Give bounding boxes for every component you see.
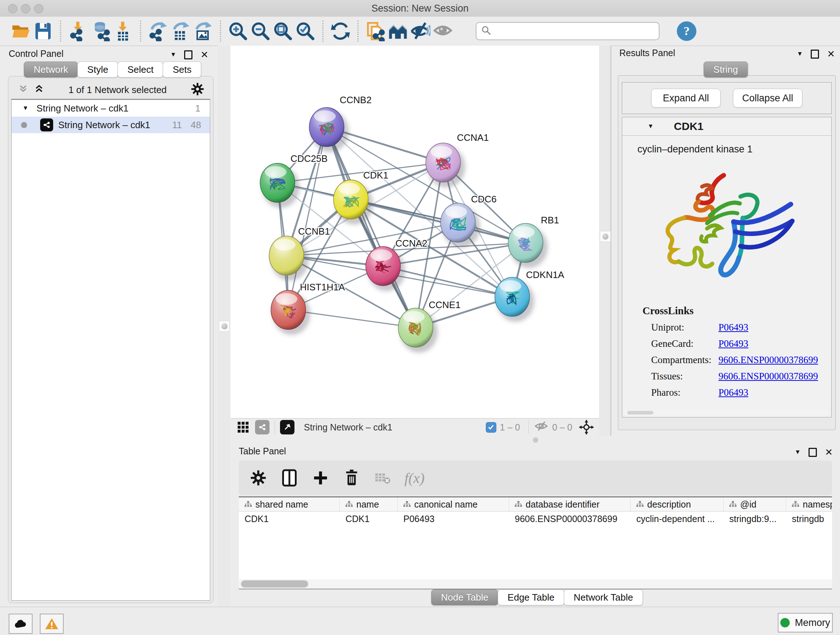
first-neighbors-icon[interactable] bbox=[387, 20, 409, 42]
graph-node-CDC25B[interactable]: CDC25B bbox=[260, 153, 328, 208]
panel-float-icon[interactable] bbox=[184, 50, 193, 59]
expand-all-button[interactable]: Expand All bbox=[651, 89, 721, 108]
column-header-database-identifier[interactable]: database identifier bbox=[509, 497, 630, 511]
import-database-icon[interactable] bbox=[89, 20, 112, 42]
tab-edge-table[interactable]: Edge Table bbox=[498, 589, 564, 605]
panel-close-icon[interactable]: ✕ bbox=[827, 49, 835, 59]
panel-float-icon[interactable] bbox=[808, 448, 817, 457]
graph-node-CCNA1[interactable]: CCNA1 bbox=[426, 132, 489, 187]
tree-expand-icon[interactable]: ▼ bbox=[22, 105, 28, 112]
zoom-out-icon[interactable] bbox=[249, 20, 272, 42]
column-header-description[interactable]: description bbox=[630, 497, 723, 511]
crosslink-row: GeneCard:P06493 bbox=[651, 338, 831, 349]
search-input[interactable] bbox=[495, 26, 654, 37]
import-network-icon[interactable] bbox=[67, 20, 89, 42]
gene-section-header[interactable]: ▼ CDK1 bbox=[622, 117, 831, 136]
graph-node-label: CDC25B bbox=[291, 153, 328, 164]
table-cell[interactable]: CDK1 bbox=[239, 511, 340, 526]
crosslink-link[interactable]: P06493 bbox=[718, 338, 748, 349]
warning-button[interactable] bbox=[40, 614, 64, 634]
collapse-all-chevrons-icon[interactable] bbox=[18, 84, 28, 96]
column-header-namespac[interactable]: namespac bbox=[786, 497, 832, 511]
crosslink-link[interactable]: 9606.ENSP00000378699 bbox=[718, 371, 818, 382]
column-header-canonical-name[interactable]: canonical name bbox=[398, 497, 509, 511]
table-hscrollbar-thumb[interactable] bbox=[241, 580, 308, 587]
table-hscrollbar[interactable] bbox=[239, 579, 832, 589]
tab-network[interactable]: Network bbox=[24, 62, 78, 78]
export-table-icon[interactable] bbox=[169, 20, 192, 42]
tab-network-table[interactable]: Network Table bbox=[564, 589, 643, 605]
show-columns-icon[interactable] bbox=[280, 469, 299, 487]
export-network-icon[interactable] bbox=[147, 20, 169, 42]
open-session-icon[interactable] bbox=[9, 20, 32, 42]
expand-all-chevrons-icon[interactable] bbox=[34, 84, 44, 96]
gear-icon[interactable] bbox=[191, 82, 204, 97]
gene-expand-icon[interactable]: ▼ bbox=[647, 123, 654, 130]
save-session-icon[interactable] bbox=[32, 20, 54, 42]
left-splitter-handle[interactable] bbox=[219, 321, 230, 332]
panel-float-icon[interactable] bbox=[811, 50, 819, 59]
panel-collapse-icon[interactable]: ▼ bbox=[170, 51, 176, 58]
import-table-icon[interactable] bbox=[112, 20, 134, 42]
zoom-selected-icon[interactable] bbox=[294, 20, 317, 42]
table-cell[interactable]: CDK1 bbox=[340, 511, 398, 526]
column-header-name[interactable]: name bbox=[340, 497, 398, 511]
panel-close-icon[interactable]: ✕ bbox=[201, 49, 208, 60]
table-gear-icon[interactable] bbox=[249, 469, 268, 487]
delete-column-icon[interactable] bbox=[342, 469, 361, 487]
collapse-all-button[interactable]: Collapse All bbox=[733, 89, 802, 108]
tab-select[interactable]: Select bbox=[118, 62, 163, 78]
tab-string[interactable]: String bbox=[704, 62, 748, 78]
column-header-@id[interactable]: @id bbox=[723, 497, 786, 511]
graph-edge-CCNB2-CCNE1[interactable] bbox=[327, 127, 416, 328]
table-cell[interactable]: P06493 bbox=[398, 511, 509, 526]
show-all-icon[interactable] bbox=[431, 20, 454, 42]
results-scrollbar[interactable] bbox=[624, 410, 829, 415]
memory-button[interactable]: Memory bbox=[778, 613, 833, 632]
crosslink-link[interactable]: P06493 bbox=[718, 387, 748, 398]
column-header-shared-name[interactable]: shared name bbox=[239, 497, 340, 511]
network-view-icon[interactable] bbox=[255, 420, 270, 434]
graph-node-HIST1H1A[interactable]: HIST1H1A bbox=[271, 282, 345, 335]
graph-node-CDKN1A[interactable]: CDKN1A bbox=[495, 269, 564, 322]
table-cell[interactable]: 9606.ENSP00000378699 bbox=[509, 511, 630, 526]
clone-network-icon[interactable] bbox=[364, 20, 387, 42]
export-image-icon[interactable] bbox=[192, 20, 214, 42]
table-cell[interactable]: stringdb:9... bbox=[723, 511, 786, 526]
network-canvas[interactable]: CCNB2 CCNA1 CDC25B CDK1 CDC6 RB1 CCNB1 C… bbox=[231, 46, 599, 418]
graph-edge-CDK1-RB1[interactable] bbox=[351, 200, 526, 243]
tab-node-table[interactable]: Node Table bbox=[431, 589, 498, 605]
pan-crosshair-icon[interactable] bbox=[579, 420, 594, 435]
search-box[interactable] bbox=[476, 22, 660, 40]
right-splitter-handle[interactable] bbox=[600, 231, 611, 242]
panel-collapse-icon[interactable]: ▼ bbox=[797, 50, 803, 57]
cloud-button[interactable] bbox=[9, 614, 33, 634]
tab-style[interactable]: Style bbox=[77, 62, 118, 78]
graph-node-CCNE1[interactable]: CCNE1 bbox=[398, 299, 461, 353]
crosslink-link[interactable]: 9606.ENSP00000378699 bbox=[718, 355, 818, 366]
zoom-fit-icon[interactable] bbox=[272, 20, 294, 42]
birds-eye-view-icon[interactable] bbox=[280, 420, 294, 434]
bottom-splitter-handle[interactable] bbox=[533, 437, 538, 443]
crosslink-link[interactable]: P06493 bbox=[718, 322, 748, 333]
grid-view-icon[interactable] bbox=[237, 421, 249, 433]
network-list-header: 1 of 1 Network selected bbox=[11, 81, 210, 100]
panel-collapse-icon[interactable]: ▼ bbox=[794, 448, 801, 456]
selected-checkbox-icon[interactable] bbox=[486, 422, 496, 432]
graph-node-RB1[interactable]: RB1 bbox=[508, 215, 559, 268]
refresh-icon[interactable] bbox=[329, 20, 352, 42]
zoom-in-icon[interactable] bbox=[227, 20, 249, 42]
panel-close-icon[interactable]: ✕ bbox=[825, 447, 833, 458]
table-toolbar: f(x) bbox=[239, 461, 832, 495]
help-button[interactable]: ? bbox=[677, 21, 696, 41]
table-cell[interactable]: stringdb bbox=[786, 511, 832, 526]
add-column-icon[interactable] bbox=[311, 469, 330, 487]
graph-node-CCNB2[interactable]: CCNB2 bbox=[309, 95, 371, 152]
table-cell[interactable]: cyclin-dependent ... bbox=[630, 511, 723, 526]
network-row[interactable]: String Network – cdk1 11 48 bbox=[11, 117, 210, 133]
network-collection-row[interactable]: ▼ String Network – cdk1 1 bbox=[11, 100, 210, 117]
gene-section: ▼ CDK1 cyclin–dependent kinase 1 bbox=[622, 117, 832, 417]
hide-selected-icon[interactable] bbox=[409, 20, 431, 42]
tab-sets[interactable]: Sets bbox=[163, 62, 201, 78]
delete-table-icon-disabled bbox=[373, 469, 392, 487]
